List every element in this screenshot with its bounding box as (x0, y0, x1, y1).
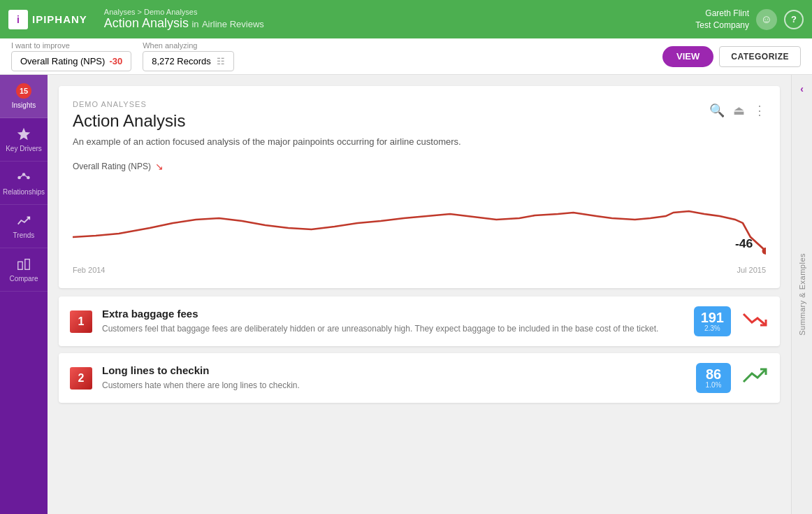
search-icon[interactable]: 🔍 (709, 103, 725, 118)
rank-badge-1: 1 (70, 310, 92, 333)
item-count-box-1: 191 2.3% (694, 306, 731, 336)
toolbar-actions: VIEW CATEGORIZE (662, 46, 801, 67)
categorize-button[interactable]: CATEGORIZE (719, 46, 801, 67)
svg-rect-6 (25, 259, 29, 270)
star-icon (16, 127, 31, 142)
main-layout: 15 Insights Key Drivers Relationships (0, 75, 812, 514)
improve-section: I want to improve Overall Rating (NPS) -… (11, 41, 131, 71)
header-right: Gareth Flint Test Company ☺ ? (695, 8, 804, 31)
item-content-2: Long lines to checkin Customers hate whe… (102, 364, 686, 392)
analyzing-label: When analyzing (143, 41, 234, 50)
breadcrumb-sep: > (138, 8, 142, 16)
chart-dates: Feb 2014 Jul 2015 (73, 266, 766, 274)
sidebar-item-trends[interactable]: Trends (0, 205, 48, 248)
trends-label: Trends (13, 231, 35, 239)
analysis-actions: 🔍 ⏏ ⋮ (709, 103, 766, 118)
rank-badge-2: 2 (70, 367, 92, 390)
svg-text:-46: -46 (735, 238, 753, 250)
item-desc-1: Customers feel that baggage fees are del… (102, 322, 684, 335)
analysis-title: Action Analysis (73, 111, 709, 131)
more-icon[interactable]: ⋮ (753, 103, 766, 118)
rating-pill[interactable]: Overall Rating (NPS) -30 (11, 51, 131, 71)
action-item-1[interactable]: 1 Extra baggage fees Customers feel that… (59, 297, 780, 346)
chart-date-start: Feb 2014 (73, 266, 105, 274)
right-panel[interactable]: ‹ Summary & Examples (791, 75, 812, 514)
chart-label-text: Overall Rating (NPS) (73, 162, 151, 171)
item-pct-2: 1.0% (703, 381, 724, 389)
item-title-1: Extra baggage fees (102, 308, 684, 320)
action-item-2[interactable]: 2 Long lines to checkin Customers hate w… (59, 353, 780, 403)
sidebar-item-key-drivers[interactable]: Key Drivers (0, 118, 48, 162)
sidebar: 15 Insights Key Drivers Relationships (0, 75, 48, 514)
improve-label: I want to improve (11, 41, 131, 50)
right-panel-label: Summary & Examples (798, 253, 806, 336)
analyzing-section: When analyzing 8,272 Records ☷ (143, 41, 234, 71)
view-button[interactable]: VIEW (662, 46, 713, 67)
svg-rect-5 (18, 262, 22, 269)
sidebar-item-relationships[interactable]: Relationships (0, 162, 48, 205)
item-desc-2: Customers hate when there are long lines… (102, 379, 686, 392)
item-count-box-2: 86 1.0% (696, 363, 731, 393)
user-name: Gareth Flint (695, 8, 749, 20)
insights-label: Insights (12, 101, 36, 109)
header-nav: Analyses > Demo Analyses Action Analysis… (104, 8, 264, 31)
chart-container: -46 (73, 178, 766, 262)
chart-trend-icon: ↘ (155, 161, 164, 172)
analysis-description: An example of an action focused analysis… (73, 136, 709, 147)
item-title-2: Long lines to checkin (102, 364, 686, 376)
relationships-icon (16, 170, 31, 185)
toolbar: I want to improve Overall Rating (NPS) -… (0, 38, 812, 75)
analysis-title-header: Action Analysis (104, 16, 189, 30)
analysis-card-header: DEMO ANALYSES Action Analysis An example… (73, 100, 766, 157)
svg-line-4 (25, 176, 27, 177)
rating-label: Overall Rating (NPS) (20, 56, 105, 66)
right-panel-chevron: ‹ (800, 83, 804, 94)
sidebar-item-compare[interactable]: Compare (0, 248, 48, 292)
analysis-info: DEMO ANALYSES Action Analysis An example… (73, 100, 709, 157)
records-pill[interactable]: 8,272 Records ☷ (143, 51, 234, 71)
trends-icon (16, 213, 31, 229)
item-trend-2 (741, 366, 769, 390)
item-pct-1: 2.3% (701, 324, 724, 332)
header-subtitle-in: in (191, 19, 198, 29)
brand-name: IPIPHANY (32, 13, 87, 25)
content-area: DEMO ANALYSES Action Analysis An example… (48, 75, 791, 514)
item-count-1: 191 (701, 310, 724, 324)
user-avatar-icon[interactable]: ☺ (756, 9, 777, 30)
breadcrumb-analyses[interactable]: Analyses (104, 8, 136, 16)
logo-icon: i (8, 10, 28, 29)
chart-date-end: Jul 2015 (737, 266, 766, 274)
relationships-label: Relationships (3, 188, 45, 196)
app-header: i IPIPHANY Analyses > Demo Analyses Acti… (0, 0, 812, 38)
user-info: Gareth Flint Test Company (695, 8, 749, 31)
compare-icon (16, 257, 31, 272)
help-button[interactable]: ? (784, 10, 804, 29)
breadcrumb-demo[interactable]: Demo Analyses (144, 8, 197, 16)
key-drivers-label: Key Drivers (6, 145, 42, 152)
chart-icon[interactable]: ⏏ (733, 103, 745, 118)
analysis-category: DEMO ANALYSES (73, 100, 709, 108)
insights-badge: 15 (16, 83, 31, 99)
compare-label: Compare (9, 275, 38, 283)
chart-label: Overall Rating (NPS) ↘ (73, 161, 766, 172)
sidebar-item-insights[interactable]: 15 Insights (0, 75, 48, 118)
header-title-row: Action Analysis in Airline Reviews (104, 16, 264, 31)
user-company: Test Company (695, 20, 749, 31)
item-count-2: 86 (703, 367, 724, 381)
svg-point-1 (22, 173, 26, 176)
line-chart: -46 (73, 178, 766, 262)
analysis-card: DEMO ANALYSES Action Analysis An example… (59, 86, 780, 288)
filter-icon: ☷ (217, 56, 225, 66)
header-collection: Airline Reviews (202, 19, 264, 29)
item-content-1: Extra baggage fees Customers feel that b… (102, 308, 684, 335)
records-value: 8,272 Records (152, 56, 211, 66)
svg-line-3 (20, 176, 22, 177)
breadcrumb: Analyses > Demo Analyses (104, 8, 264, 16)
item-trend-1 (741, 310, 769, 334)
rating-value: -30 (109, 56, 122, 66)
